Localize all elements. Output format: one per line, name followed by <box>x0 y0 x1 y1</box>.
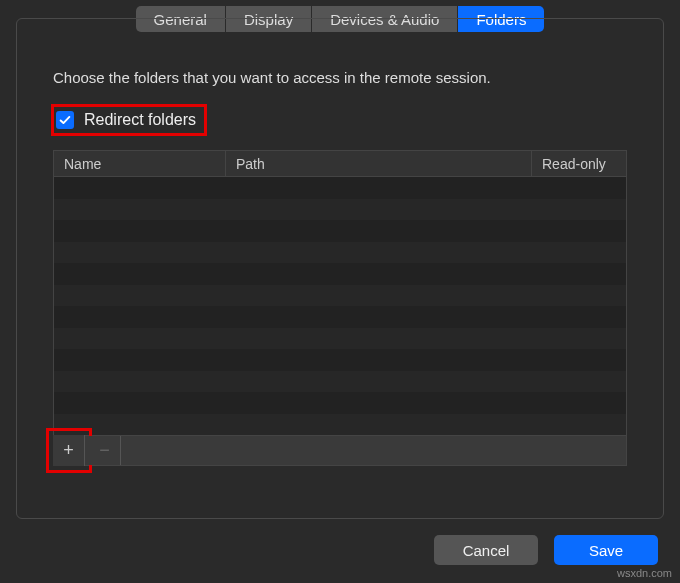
cancel-button[interactable]: Cancel <box>434 535 538 565</box>
table-row[interactable] <box>54 242 626 264</box>
table-row[interactable] <box>54 328 626 350</box>
remove-folder-button: − <box>89 436 121 465</box>
redirect-folders-row[interactable]: Redirect folders <box>51 104 207 136</box>
redirect-folders-label: Redirect folders <box>84 111 196 129</box>
table-row[interactable] <box>54 199 626 221</box>
add-button-highlight: + <box>46 428 92 473</box>
table-row[interactable] <box>54 392 626 414</box>
folders-table: Name Path Read-only <box>53 150 627 466</box>
redirect-folders-checkbox[interactable] <box>56 111 74 129</box>
content-frame: Choose the folders that you want to acce… <box>16 18 664 519</box>
table-row[interactable] <box>54 177 626 199</box>
minus-icon: − <box>99 440 110 461</box>
add-folder-button[interactable]: + <box>53 435 85 466</box>
table-row[interactable] <box>54 285 626 307</box>
table-footer: + − <box>54 435 626 465</box>
description-text: Choose the folders that you want to acce… <box>53 69 627 86</box>
table-row[interactable] <box>54 371 626 393</box>
watermark-text: wsxdn.com <box>617 567 672 579</box>
column-path[interactable]: Path <box>226 151 532 176</box>
column-readonly[interactable]: Read-only <box>532 151 626 176</box>
table-body[interactable] <box>54 177 626 435</box>
table-row[interactable] <box>54 306 626 328</box>
column-name[interactable]: Name <box>54 151 226 176</box>
table-row[interactable] <box>54 349 626 371</box>
table-header: Name Path Read-only <box>54 151 626 177</box>
table-row[interactable] <box>54 220 626 242</box>
check-icon <box>58 113 72 127</box>
table-row[interactable] <box>54 414 626 436</box>
table-row[interactable] <box>54 263 626 285</box>
plus-icon: + <box>63 440 74 461</box>
save-button[interactable]: Save <box>554 535 658 565</box>
dialog-buttons: Cancel Save <box>434 535 658 565</box>
